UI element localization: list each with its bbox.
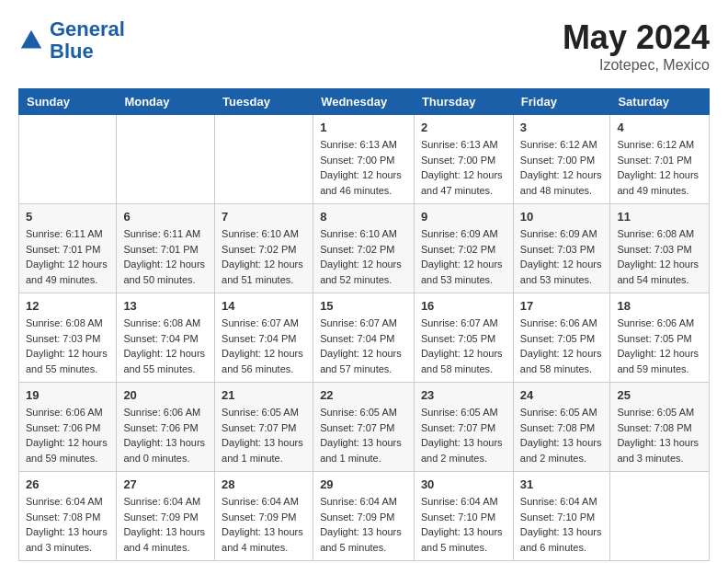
calendar-cell: 1Sunrise: 6:13 AM Sunset: 7:00 PM Daylig…: [313, 115, 415, 204]
calendar-cell: 3Sunrise: 6:12 AM Sunset: 7:00 PM Daylig…: [513, 115, 610, 204]
calendar-cell: 20Sunrise: 6:06 AM Sunset: 7:06 PM Dayli…: [117, 383, 215, 472]
day-info: Sunrise: 6:05 AM Sunset: 7:07 PM Dayligh…: [421, 405, 506, 465]
weekday-header: Thursday: [414, 89, 513, 115]
calendar-week-row: 5Sunrise: 6:11 AM Sunset: 7:01 PM Daylig…: [19, 204, 710, 293]
calendar-cell: 24Sunrise: 6:05 AM Sunset: 7:08 PM Dayli…: [513, 383, 610, 472]
calendar-week-row: 1Sunrise: 6:13 AM Sunset: 7:00 PM Daylig…: [19, 115, 710, 204]
day-info: Sunrise: 6:06 AM Sunset: 7:05 PM Dayligh…: [617, 316, 702, 376]
weekday-header: Monday: [117, 89, 215, 115]
day-info: Sunrise: 6:06 AM Sunset: 7:05 PM Dayligh…: [520, 316, 604, 376]
logo-icon: [18, 28, 44, 53]
day-info: Sunrise: 6:04 AM Sunset: 7:10 PM Dayligh…: [520, 494, 604, 555]
day-info: Sunrise: 6:13 AM Sunset: 7:00 PM Dayligh…: [320, 137, 407, 198]
day-info: Sunrise: 6:04 AM Sunset: 7:10 PM Dayligh…: [421, 494, 506, 555]
calendar-cell: 5Sunrise: 6:11 AM Sunset: 7:01 PM Daylig…: [19, 204, 117, 293]
calendar-cell: 14Sunrise: 6:07 AM Sunset: 7:04 PM Dayli…: [215, 293, 313, 383]
day-info: Sunrise: 6:10 AM Sunset: 7:02 PM Dayligh…: [222, 226, 306, 287]
logo-text: General Blue: [50, 18, 125, 63]
day-number: 27: [123, 477, 208, 491]
weekday-header: Friday: [513, 89, 610, 115]
day-info: Sunrise: 6:08 AM Sunset: 7:04 PM Dayligh…: [123, 316, 208, 376]
calendar-cell: [215, 115, 313, 204]
calendar-week-row: 26Sunrise: 6:04 AM Sunset: 7:08 PM Dayli…: [19, 472, 710, 561]
calendar-cell: 25Sunrise: 6:05 AM Sunset: 7:08 PM Dayli…: [610, 383, 710, 472]
calendar-week-row: 19Sunrise: 6:06 AM Sunset: 7:06 PM Dayli…: [19, 383, 710, 472]
calendar-cell: 17Sunrise: 6:06 AM Sunset: 7:05 PM Dayli…: [513, 293, 610, 383]
calendar-cell: 31Sunrise: 6:04 AM Sunset: 7:10 PM Dayli…: [513, 472, 610, 561]
calendar-cell: 11Sunrise: 6:08 AM Sunset: 7:03 PM Dayli…: [610, 204, 710, 293]
calendar-cell: 16Sunrise: 6:07 AM Sunset: 7:05 PM Dayli…: [414, 293, 513, 383]
day-info: Sunrise: 6:09 AM Sunset: 7:03 PM Dayligh…: [520, 226, 604, 287]
calendar-cell: 15Sunrise: 6:07 AM Sunset: 7:04 PM Dayli…: [313, 293, 415, 383]
day-number: 2: [421, 121, 506, 134]
calendar-header-row: SundayMondayTuesdayWednesdayThursdayFrid…: [19, 89, 710, 115]
day-number: 31: [520, 477, 604, 491]
day-info: Sunrise: 6:08 AM Sunset: 7:03 PM Dayligh…: [617, 226, 702, 287]
calendar-cell: 9Sunrise: 6:09 AM Sunset: 7:02 PM Daylig…: [414, 204, 513, 293]
day-info: Sunrise: 6:06 AM Sunset: 7:06 PM Dayligh…: [123, 405, 208, 465]
day-info: Sunrise: 6:10 AM Sunset: 7:02 PM Dayligh…: [320, 226, 407, 287]
page-header: General Blue May 2024 Izotepec, Mexico: [18, 18, 710, 74]
day-number: 11: [617, 210, 702, 224]
day-number: 28: [222, 477, 306, 491]
calendar-cell: 21Sunrise: 6:05 AM Sunset: 7:07 PM Dayli…: [215, 383, 313, 472]
calendar-cell: 8Sunrise: 6:10 AM Sunset: 7:02 PM Daylig…: [313, 204, 415, 293]
calendar-cell: 22Sunrise: 6:05 AM Sunset: 7:07 PM Dayli…: [313, 383, 415, 472]
calendar-cell: 28Sunrise: 6:04 AM Sunset: 7:09 PM Dayli…: [215, 472, 313, 561]
day-number: 16: [421, 299, 506, 313]
day-number: 21: [222, 388, 306, 402]
day-info: Sunrise: 6:09 AM Sunset: 7:02 PM Dayligh…: [421, 226, 506, 287]
day-info: Sunrise: 6:11 AM Sunset: 7:01 PM Dayligh…: [26, 226, 109, 287]
logo: General Blue: [18, 18, 125, 63]
day-number: 10: [520, 210, 604, 224]
day-info: Sunrise: 6:12 AM Sunset: 7:01 PM Dayligh…: [617, 137, 702, 198]
day-number: 26: [26, 477, 109, 491]
day-number: 6: [123, 210, 208, 224]
day-number: 1: [320, 121, 407, 134]
calendar-cell: 19Sunrise: 6:06 AM Sunset: 7:06 PM Dayli…: [19, 383, 117, 472]
calendar-cell: [610, 472, 710, 561]
day-number: 22: [320, 388, 407, 402]
weekday-header: Sunday: [19, 89, 117, 115]
day-info: Sunrise: 6:04 AM Sunset: 7:09 PM Dayligh…: [123, 494, 208, 555]
logo-blue: Blue: [50, 40, 94, 63]
day-number: 18: [617, 299, 702, 313]
day-number: 7: [222, 210, 306, 224]
day-number: 14: [222, 299, 306, 313]
calendar-cell: 10Sunrise: 6:09 AM Sunset: 7:03 PM Dayli…: [513, 204, 610, 293]
day-number: 15: [320, 299, 407, 313]
day-number: 3: [520, 121, 604, 134]
day-number: 12: [26, 299, 109, 313]
calendar-cell: 6Sunrise: 6:11 AM Sunset: 7:01 PM Daylig…: [117, 204, 215, 293]
day-number: 29: [320, 477, 407, 491]
day-info: Sunrise: 6:06 AM Sunset: 7:06 PM Dayligh…: [26, 405, 109, 465]
day-info: Sunrise: 6:05 AM Sunset: 7:08 PM Dayligh…: [520, 405, 604, 465]
day-info: Sunrise: 6:04 AM Sunset: 7:09 PM Dayligh…: [222, 494, 306, 555]
day-info: Sunrise: 6:07 AM Sunset: 7:04 PM Dayligh…: [320, 316, 407, 376]
calendar-cell: 30Sunrise: 6:04 AM Sunset: 7:10 PM Dayli…: [414, 472, 513, 561]
day-number: 19: [26, 388, 109, 402]
weekday-header: Wednesday: [313, 89, 415, 115]
day-number: 30: [421, 477, 506, 491]
calendar-cell: 18Sunrise: 6:06 AM Sunset: 7:05 PM Dayli…: [610, 293, 710, 383]
day-number: 4: [617, 121, 702, 134]
calendar-table: SundayMondayTuesdayWednesdayThursdayFrid…: [18, 88, 710, 561]
day-info: Sunrise: 6:12 AM Sunset: 7:00 PM Dayligh…: [520, 137, 604, 198]
weekday-header: Saturday: [610, 89, 710, 115]
day-info: Sunrise: 6:05 AM Sunset: 7:08 PM Dayligh…: [617, 405, 702, 465]
day-number: 5: [26, 210, 109, 224]
calendar-cell: 4Sunrise: 6:12 AM Sunset: 7:01 PM Daylig…: [610, 115, 710, 204]
day-info: Sunrise: 6:07 AM Sunset: 7:04 PM Dayligh…: [222, 316, 306, 376]
calendar-cell: 23Sunrise: 6:05 AM Sunset: 7:07 PM Dayli…: [414, 383, 513, 472]
svg-marker-0: [21, 30, 41, 49]
day-number: 23: [421, 388, 506, 402]
day-number: 20: [123, 388, 208, 402]
day-info: Sunrise: 6:04 AM Sunset: 7:09 PM Dayligh…: [320, 494, 407, 555]
calendar-cell: 12Sunrise: 6:08 AM Sunset: 7:03 PM Dayli…: [19, 293, 117, 383]
day-info: Sunrise: 6:05 AM Sunset: 7:07 PM Dayligh…: [320, 405, 407, 465]
calendar-week-row: 12Sunrise: 6:08 AM Sunset: 7:03 PM Dayli…: [19, 293, 710, 383]
day-info: Sunrise: 6:07 AM Sunset: 7:05 PM Dayligh…: [421, 316, 506, 376]
day-info: Sunrise: 6:04 AM Sunset: 7:08 PM Dayligh…: [26, 494, 109, 555]
location: Izotepec, Mexico: [563, 57, 710, 74]
calendar-cell: [117, 115, 215, 204]
